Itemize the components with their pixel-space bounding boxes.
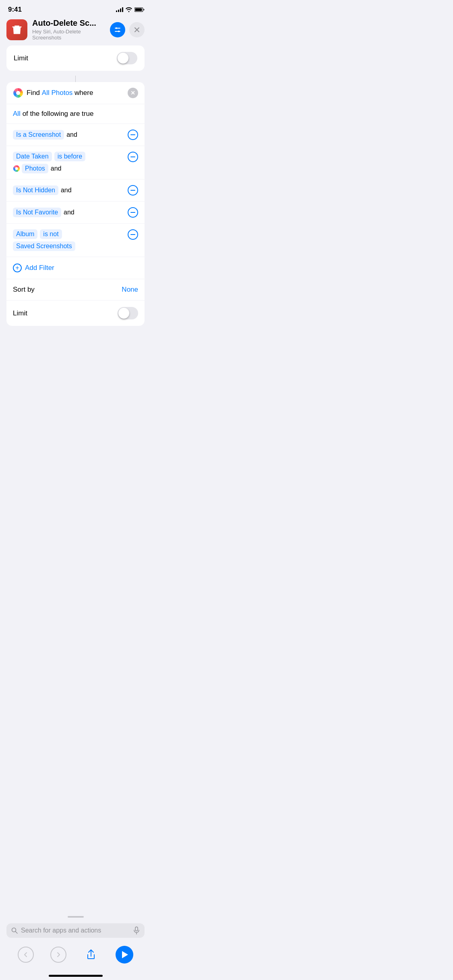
filter-date-row: Date Taken is before Photos and	[6, 146, 145, 179]
add-filter-row[interactable]: + Add Filter	[6, 257, 145, 279]
sliders-icon	[114, 26, 122, 34]
connector-line	[75, 76, 76, 82]
app-icon	[6, 19, 27, 40]
sort-by-value[interactable]: None	[122, 286, 138, 294]
photos-rainbow-icon	[13, 88, 23, 98]
is-before-chip[interactable]: is before	[54, 152, 85, 161]
remove-favorite-button[interactable]	[128, 207, 138, 218]
top-limit-card: Limit	[6, 45, 145, 71]
battery-icon	[134, 7, 145, 12]
remove-hidden-button[interactable]	[128, 185, 138, 196]
toggle-knob	[118, 53, 128, 64]
not-hidden-chip[interactable]: Is Not Hidden	[13, 185, 58, 195]
trash-icon	[11, 24, 23, 35]
filter-screenshot-left: Is a Screenshot and	[13, 130, 128, 140]
toggle-knob-2	[118, 308, 129, 319]
photos-small-icon	[13, 165, 20, 172]
filter-favorite-left: Is Not Favorite and	[13, 208, 128, 217]
find-label: Find All Photos where	[27, 89, 93, 97]
app-header: Auto-Delete Sc... Hey Siri, Auto-Delete …	[0, 15, 151, 45]
close-x-icon	[134, 27, 140, 33]
limit-label: Limit	[13, 309, 27, 317]
favorite-and: and	[64, 209, 74, 216]
remove-album-button[interactable]	[128, 229, 138, 240]
limit-toggle[interactable]	[118, 307, 138, 319]
filter-album-left: Album is not Saved Screenshots	[13, 229, 128, 251]
album-chip[interactable]: Album	[13, 229, 37, 239]
sort-by-label: Sort by	[13, 286, 35, 294]
sort-by-row[interactable]: Sort by None	[6, 279, 145, 301]
limit-row: Limit	[6, 301, 145, 326]
not-favorite-chip[interactable]: Is Not Favorite	[13, 208, 61, 217]
svg-rect-1	[135, 8, 142, 11]
remove-screenshot-button[interactable]	[128, 130, 138, 140]
hidden-and: and	[61, 187, 72, 194]
find-close-button[interactable]: ✕	[128, 88, 138, 98]
all-following-row: All of the following are true	[6, 104, 145, 124]
wifi-icon	[126, 7, 132, 12]
signal-icon	[116, 7, 123, 12]
minus-icon-3	[130, 190, 135, 191]
add-filter-icon: +	[13, 264, 22, 272]
svg-point-9	[16, 91, 20, 95]
header-text-block: Auto-Delete Sc... Hey Siri, Auto-Delete …	[32, 19, 105, 41]
svg-point-10	[15, 167, 18, 170]
status-time: 9:41	[8, 6, 22, 14]
saved-screenshots-chip[interactable]: Saved Screenshots	[13, 241, 75, 251]
filter-button[interactable]	[110, 22, 125, 37]
filter-album-row: Album is not Saved Screenshots	[6, 224, 145, 257]
all-photos-chip[interactable]: All Photos	[42, 89, 73, 97]
all-chip[interactable]: All	[13, 110, 21, 117]
minus-icon-4	[130, 212, 135, 213]
header-buttons	[110, 22, 145, 37]
svg-point-3	[116, 27, 117, 29]
find-photos-card: Find All Photos where ✕ All of the follo…	[6, 82, 145, 326]
top-limit-label: Limit	[14, 54, 28, 62]
filter-screenshot-row: Is a Screenshot and	[6, 124, 145, 146]
svg-point-5	[118, 31, 120, 32]
minus-icon	[130, 134, 135, 135]
find-header-left: Find All Photos where	[13, 88, 93, 98]
screenshot-chip[interactable]: Is a Screenshot	[13, 130, 64, 140]
status-bar: 9:41	[0, 0, 151, 15]
app-title: Auto-Delete Sc...	[32, 19, 105, 28]
remove-date-button[interactable]	[128, 152, 138, 162]
status-icons	[116, 7, 145, 12]
is-not-chip[interactable]: is not	[40, 229, 62, 239]
filter-favorite-row: Is Not Favorite and	[6, 202, 145, 224]
close-button[interactable]	[129, 22, 145, 37]
photos-chip[interactable]: Photos	[22, 164, 48, 173]
filter-hidden-left: Is Not Hidden and	[13, 185, 128, 195]
filter-hidden-row: Is Not Hidden and	[6, 179, 145, 202]
app-subtitle: Hey Siri, Auto-Delete Screenshots	[32, 29, 105, 41]
minus-icon-2	[130, 156, 135, 157]
add-filter-label[interactable]: Add Filter	[25, 264, 54, 272]
screenshot-and: and	[66, 131, 77, 138]
date-taken-chip[interactable]: Date Taken	[13, 152, 52, 161]
date-and: and	[51, 165, 62, 172]
top-limit-toggle[interactable]	[117, 52, 137, 64]
find-header-row: Find All Photos where ✕	[6, 82, 145, 104]
minus-icon-5	[130, 234, 135, 235]
